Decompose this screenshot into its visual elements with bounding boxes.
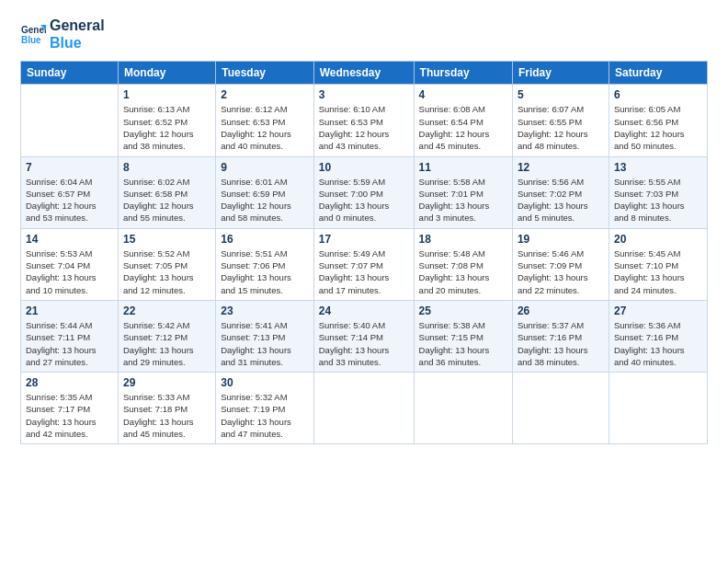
calendar-table: SundayMondayTuesdayWednesdayThursdayFrid…	[20, 61, 708, 444]
day-number: 6	[614, 88, 702, 101]
calendar-cell: 4Sunrise: 6:08 AM Sunset: 6:54 PM Daylig…	[414, 85, 512, 156]
weekday-header-thursday: Thursday	[414, 62, 512, 85]
calendar-cell: 9Sunrise: 6:01 AM Sunset: 6:59 PM Daylig…	[216, 156, 314, 228]
day-info: Sunrise: 5:44 AM Sunset: 7:11 PM Dayligh…	[26, 319, 113, 368]
day-info: Sunrise: 6:05 AM Sunset: 6:56 PM Dayligh…	[614, 103, 702, 152]
day-info: Sunrise: 6:13 AM Sunset: 6:52 PM Dayligh…	[123, 103, 210, 152]
weekday-header-friday: Friday	[512, 62, 609, 85]
day-info: Sunrise: 5:53 AM Sunset: 7:04 PM Dayligh…	[26, 247, 113, 296]
calendar-cell: 14Sunrise: 5:53 AM Sunset: 7:04 PM Dayli…	[21, 228, 119, 300]
header: General Blue General Blue	[20, 17, 708, 52]
day-info: Sunrise: 5:49 AM Sunset: 7:07 PM Dayligh…	[319, 247, 409, 296]
logo-general: General	[50, 17, 105, 34]
day-number: 2	[221, 88, 309, 101]
day-info: Sunrise: 5:52 AM Sunset: 7:05 PM Dayligh…	[123, 247, 210, 296]
day-info: Sunrise: 6:04 AM Sunset: 6:57 PM Dayligh…	[26, 176, 113, 224]
week-row-3: 14Sunrise: 5:53 AM Sunset: 7:04 PM Dayli…	[21, 228, 708, 300]
day-number: 18	[419, 233, 507, 246]
calendar-cell: 5Sunrise: 6:07 AM Sunset: 6:55 PM Daylig…	[512, 85, 609, 156]
day-number: 11	[419, 161, 507, 174]
logo-icon: General Blue	[20, 21, 46, 47]
day-number: 8	[123, 161, 210, 174]
calendar-cell: 7Sunrise: 6:04 AM Sunset: 6:57 PM Daylig…	[21, 156, 119, 228]
day-number: 27	[614, 304, 702, 317]
day-number: 15	[123, 233, 210, 246]
day-info: Sunrise: 5:58 AM Sunset: 7:01 PM Dayligh…	[419, 176, 507, 224]
logo-blue: Blue	[50, 34, 105, 52]
weekday-header-tuesday: Tuesday	[216, 62, 314, 85]
day-number: 10	[319, 161, 409, 174]
day-number: 4	[419, 88, 507, 101]
day-info: Sunrise: 5:55 AM Sunset: 7:03 PM Dayligh…	[614, 176, 702, 224]
calendar-cell: 23Sunrise: 5:41 AM Sunset: 7:13 PM Dayli…	[216, 300, 314, 372]
day-number: 13	[614, 161, 702, 174]
calendar-cell	[414, 373, 512, 444]
calendar-cell	[512, 373, 609, 444]
calendar-cell	[313, 373, 414, 444]
calendar-cell: 22Sunrise: 5:42 AM Sunset: 7:12 PM Dayli…	[118, 300, 215, 372]
calendar-cell	[21, 85, 119, 156]
calendar-cell: 1Sunrise: 6:13 AM Sunset: 6:52 PM Daylig…	[118, 85, 215, 156]
calendar-cell: 8Sunrise: 6:02 AM Sunset: 6:58 PM Daylig…	[118, 156, 215, 228]
calendar-cell: 20Sunrise: 5:45 AM Sunset: 7:10 PM Dayli…	[609, 228, 707, 300]
day-info: Sunrise: 6:10 AM Sunset: 6:53 PM Dayligh…	[319, 103, 409, 152]
day-info: Sunrise: 5:37 AM Sunset: 7:16 PM Dayligh…	[518, 319, 604, 368]
day-number: 5	[518, 88, 604, 101]
day-info: Sunrise: 5:36 AM Sunset: 7:16 PM Dayligh…	[614, 319, 702, 368]
calendar-cell: 13Sunrise: 5:55 AM Sunset: 7:03 PM Dayli…	[609, 156, 707, 228]
day-number: 25	[419, 304, 507, 317]
week-row-2: 7Sunrise: 6:04 AM Sunset: 6:57 PM Daylig…	[21, 156, 708, 228]
calendar-cell: 21Sunrise: 5:44 AM Sunset: 7:11 PM Dayli…	[21, 300, 119, 372]
day-number: 12	[518, 161, 604, 174]
day-number: 21	[26, 304, 113, 317]
weekday-header-saturday: Saturday	[609, 62, 707, 85]
week-row-1: 1Sunrise: 6:13 AM Sunset: 6:52 PM Daylig…	[21, 85, 708, 156]
day-info: Sunrise: 5:59 AM Sunset: 7:00 PM Dayligh…	[319, 176, 409, 224]
day-info: Sunrise: 6:08 AM Sunset: 6:54 PM Dayligh…	[419, 103, 507, 152]
day-info: Sunrise: 5:51 AM Sunset: 7:06 PM Dayligh…	[221, 247, 309, 296]
weekday-header-wednesday: Wednesday	[313, 62, 414, 85]
day-info: Sunrise: 5:56 AM Sunset: 7:02 PM Dayligh…	[518, 176, 604, 224]
calendar-page: General Blue General Blue SundayMondayTu…	[0, 0, 728, 455]
day-info: Sunrise: 6:02 AM Sunset: 6:58 PM Dayligh…	[123, 176, 210, 224]
calendar-cell: 19Sunrise: 5:46 AM Sunset: 7:09 PM Dayli…	[512, 228, 609, 300]
weekday-header-row: SundayMondayTuesdayWednesdayThursdayFrid…	[21, 62, 708, 85]
day-number: 30	[221, 376, 309, 389]
day-info: Sunrise: 5:42 AM Sunset: 7:12 PM Dayligh…	[123, 319, 210, 368]
calendar-cell: 10Sunrise: 5:59 AM Sunset: 7:00 PM Dayli…	[313, 156, 414, 228]
calendar-cell: 18Sunrise: 5:48 AM Sunset: 7:08 PM Dayli…	[414, 228, 512, 300]
day-info: Sunrise: 5:33 AM Sunset: 7:18 PM Dayligh…	[123, 391, 210, 440]
calendar-cell: 17Sunrise: 5:49 AM Sunset: 7:07 PM Dayli…	[313, 228, 414, 300]
day-info: Sunrise: 5:45 AM Sunset: 7:10 PM Dayligh…	[614, 247, 702, 296]
day-info: Sunrise: 5:35 AM Sunset: 7:17 PM Dayligh…	[26, 391, 113, 440]
calendar-cell: 15Sunrise: 5:52 AM Sunset: 7:05 PM Dayli…	[118, 228, 215, 300]
calendar-cell: 6Sunrise: 6:05 AM Sunset: 6:56 PM Daylig…	[609, 85, 707, 156]
calendar-cell: 2Sunrise: 6:12 AM Sunset: 6:53 PM Daylig…	[216, 85, 314, 156]
day-number: 28	[26, 376, 113, 389]
day-number: 3	[319, 88, 409, 101]
calendar-cell: 24Sunrise: 5:40 AM Sunset: 7:14 PM Dayli…	[313, 300, 414, 372]
weekday-header-monday: Monday	[118, 62, 215, 85]
day-info: Sunrise: 6:07 AM Sunset: 6:55 PM Dayligh…	[518, 103, 604, 152]
day-number: 29	[123, 376, 210, 389]
day-number: 20	[614, 233, 702, 246]
calendar-cell: 25Sunrise: 5:38 AM Sunset: 7:15 PM Dayli…	[414, 300, 512, 372]
weekday-header-sunday: Sunday	[21, 62, 119, 85]
calendar-cell: 3Sunrise: 6:10 AM Sunset: 6:53 PM Daylig…	[313, 85, 414, 156]
day-number: 7	[26, 161, 113, 174]
calendar-cell: 29Sunrise: 5:33 AM Sunset: 7:18 PM Dayli…	[118, 373, 215, 444]
calendar-cell	[609, 373, 707, 444]
day-number: 23	[221, 304, 309, 317]
svg-text:Blue: Blue	[21, 35, 41, 45]
day-number: 19	[518, 233, 604, 246]
week-row-4: 21Sunrise: 5:44 AM Sunset: 7:11 PM Dayli…	[21, 300, 708, 372]
calendar-cell: 11Sunrise: 5:58 AM Sunset: 7:01 PM Dayli…	[414, 156, 512, 228]
day-info: Sunrise: 5:41 AM Sunset: 7:13 PM Dayligh…	[221, 319, 309, 368]
day-number: 22	[123, 304, 210, 317]
day-number: 1	[123, 88, 210, 101]
day-number: 17	[319, 233, 409, 246]
day-number: 14	[26, 233, 113, 246]
calendar-cell: 12Sunrise: 5:56 AM Sunset: 7:02 PM Dayli…	[512, 156, 609, 228]
calendar-cell: 27Sunrise: 5:36 AM Sunset: 7:16 PM Dayli…	[609, 300, 707, 372]
day-number: 26	[518, 304, 604, 317]
